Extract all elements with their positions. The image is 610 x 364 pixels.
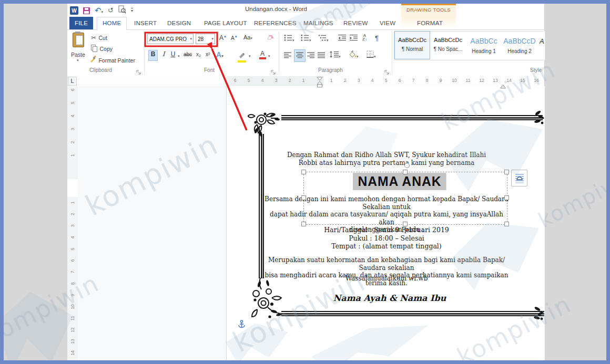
highlight-color-button[interactable] <box>236 51 248 63</box>
style-name: Heading 1 <box>466 48 501 54</box>
align-center-button[interactable] <box>294 50 305 61</box>
align-right-button[interactable] <box>307 51 314 60</box>
redo-icon[interactable]: ↺ <box>108 7 114 14</box>
copy-button[interactable]: Copy <box>91 44 113 53</box>
paragraph-dialog-launcher-icon[interactable] <box>384 68 390 73</box>
strikethrough-button[interactable]: abc <box>184 51 192 57</box>
gratitude-line-1: Merupakan suatu kehormatan dan kebahagia… <box>268 256 505 272</box>
tab-view[interactable]: VIEW <box>380 17 395 29</box>
resize-handle-mid-left[interactable] <box>301 195 306 200</box>
tab-page-layout[interactable]: PAGE LAYOUT <box>204 17 247 29</box>
sort-button[interactable]: AZ↓ <box>362 34 367 41</box>
tab-file[interactable]: FILE <box>69 17 93 30</box>
font-color-bar <box>259 57 266 59</box>
resize-handle-bottom-center[interactable] <box>403 222 408 226</box>
text-effects-button[interactable]: A▾ <box>216 50 223 59</box>
tab-design[interactable]: DESIGN <box>167 17 191 29</box>
style-heading-2[interactable]: AaBbCcD Heading 2 <box>502 32 537 59</box>
undo-dropdown-icon[interactable]: ▾ <box>101 10 104 14</box>
layout-options-button[interactable] <box>511 170 527 186</box>
quick-access-toolbar: W ↶▾ ↺ ▾ <box>70 5 133 16</box>
tab-mailings[interactable]: MAILINGS <box>303 17 333 29</box>
signature-line[interactable]: Nama Ayah & Nama Ibu <box>265 293 515 303</box>
closing-text: Wassalamualaikum wr.wb <box>345 275 428 282</box>
font-color-button[interactable]: A <box>259 50 266 59</box>
style-partial[interactable]: A <box>540 37 544 45</box>
tab-insert[interactable]: INSERT <box>134 17 157 29</box>
tab-home[interactable]: HOME <box>97 17 127 30</box>
underline-button[interactable]: U <box>170 50 176 58</box>
font-size-dropdown-icon[interactable]: ▾ <box>210 37 215 41</box>
paste-label[interactable]: Paste <box>71 51 85 58</box>
shading-button[interactable]: ▾ <box>348 50 359 60</box>
tab-references[interactable]: REFERENCES <box>254 17 297 29</box>
highlighter-icon <box>238 53 246 58</box>
paste-dropdown-icon[interactable]: ▾ <box>77 58 79 63</box>
format-painter-button[interactable]: Format Painter <box>89 55 135 65</box>
screenshot-root: W ↶▾ ↺ ▾ Undangan.docx - Word DRAWING TO… <box>0 0 610 364</box>
opening-paragraph[interactable]: Dengan Rahmat dan Ridho Allah SWT, Syuku… <box>261 151 512 167</box>
highlight-color-bar <box>238 60 246 63</box>
bold-button[interactable]: B <box>149 50 157 60</box>
opening-line-1: Dengan Rahmat dan Ridho Allah SWT, Syuku… <box>287 151 486 159</box>
change-case-button[interactable]: Aa▾ <box>243 34 252 40</box>
closing-line[interactable]: Wassalamualaikum wr.wb <box>261 275 512 283</box>
save-icon[interactable] <box>83 7 90 14</box>
style-heading-1[interactable]: AaBbCc Heading 1 <box>466 32 501 59</box>
decrease-indent-button[interactable] <box>338 34 347 44</box>
resize-handle-mid-right[interactable] <box>504 195 509 200</box>
style-preview: AaBbCcD <box>502 37 537 45</box>
style-preview: AaBbCc <box>466 37 501 45</box>
highlight-dropdown-icon[interactable]: ▾ <box>249 54 251 58</box>
paste-button[interactable] <box>72 33 85 49</box>
cut-button[interactable]: ✂ Cut <box>91 33 107 42</box>
clipboard-dialog-launcher-icon[interactable] <box>136 68 141 73</box>
borders-button[interactable]: ▾ <box>367 50 376 60</box>
subscript-button[interactable]: x₂ <box>196 51 201 57</box>
customize-qat-icon[interactable]: ▾ <box>131 8 133 13</box>
clear-formatting-button[interactable] <box>267 34 275 44</box>
font-name-dropdown-icon[interactable]: ▾ <box>189 37 193 41</box>
grow-font-button[interactable]: A▲ <box>219 34 227 41</box>
floral-corner-top-left <box>248 103 289 142</box>
page-border-bottom <box>281 311 544 316</box>
resize-handle-top-center[interactable] <box>403 170 408 174</box>
show-hide-pilcrow-button[interactable]: ¶ <box>375 34 379 42</box>
tab-format[interactable]: FORMAT <box>417 17 443 29</box>
tab-review[interactable]: REVIEW <box>343 17 368 29</box>
font-size-value: 28 <box>198 36 204 42</box>
tab-stop-selector[interactable]: L <box>68 77 77 86</box>
align-left-button[interactable] <box>284 51 291 60</box>
superscript-button[interactable]: x² <box>206 51 210 57</box>
print-preview-icon[interactable] <box>118 5 126 16</box>
child-name-text[interactable]: NAMA ANAK <box>353 173 446 190</box>
numbering-button[interactable]: ▾ <box>301 34 311 44</box>
indent-marker[interactable] <box>317 77 323 90</box>
tab-row-divider <box>67 29 544 30</box>
style-no-spacing[interactable]: AaBbCcDc ¶ No Spac... <box>431 32 465 59</box>
undo-button[interactable]: ↶▾ <box>95 6 103 15</box>
italic-button[interactable]: I <box>160 50 167 58</box>
font-color-dropdown-icon[interactable]: ▾ <box>268 54 270 58</box>
increase-indent-button[interactable] <box>350 34 358 44</box>
vertical-ruler[interactable] <box>67 86 78 360</box>
style-normal[interactable]: AaBbCcDc ¶ Normal <box>395 32 430 59</box>
multilevel-list-button[interactable]: ▾ <box>318 34 329 44</box>
justify-button[interactable] <box>318 51 325 60</box>
rotate-handle[interactable] <box>404 163 410 168</box>
font-size-combobox[interactable]: 28 ▾ <box>196 34 215 44</box>
line-spacing-button[interactable]: ▾ <box>330 50 341 60</box>
style-name: ¶ Normal <box>395 46 430 52</box>
resize-handle-top-right[interactable] <box>504 170 509 174</box>
anchor-icon[interactable] <box>238 320 246 331</box>
right-indent-marker[interactable] <box>500 81 506 91</box>
shrink-font-button[interactable]: A▼ <box>231 35 238 41</box>
resize-handle-bottom-right[interactable] <box>504 222 509 226</box>
underline-dropdown-icon[interactable]: ▾ <box>178 54 180 58</box>
font-name-combobox[interactable]: ADAM.CG PRO ▾ <box>147 34 194 44</box>
schedule-paragraph[interactable]: Hari/Tanggal : Senin 9 Februari 2019 Puk… <box>261 226 512 251</box>
bullets-button[interactable]: ▾ <box>284 34 294 44</box>
resize-handle-bottom-left[interactable] <box>301 222 306 226</box>
resize-handle-top-left[interactable] <box>301 170 306 174</box>
font-dialog-launcher-icon[interactable] <box>271 68 276 73</box>
